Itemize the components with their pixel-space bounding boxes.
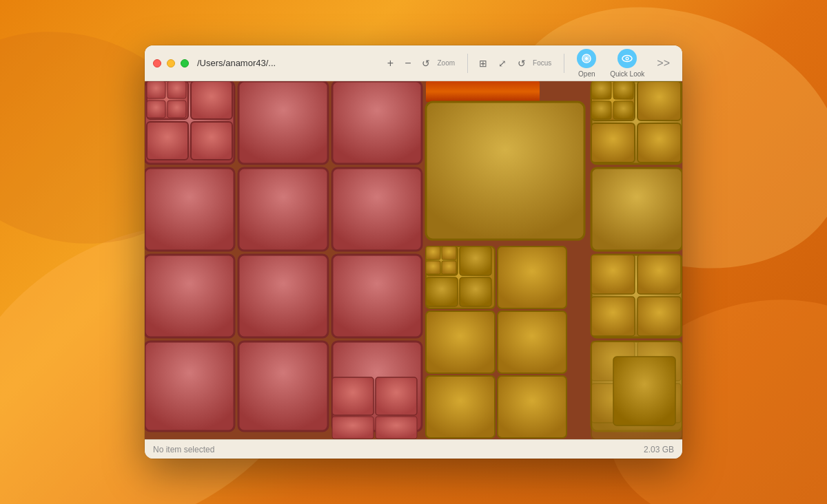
expand-icon: ⤢ — [498, 59, 507, 68]
svg-rect-38 — [637, 81, 681, 120]
svg-rect-13 — [332, 81, 422, 164]
svg-rect-43 — [591, 101, 611, 119]
svg-rect-57 — [426, 261, 440, 274]
svg-rect-14 — [145, 168, 234, 251]
svg-rect-64 — [637, 255, 681, 294]
svg-rect-50 — [498, 376, 566, 438]
close-button[interactable] — [153, 59, 161, 67]
minimize-button[interactable] — [167, 59, 175, 67]
svg-rect-20 — [145, 342, 234, 431]
finder-window: /Users/anamor43/... + − ↺ Zoom ⊞ ⤢ ↺ — [145, 45, 682, 459]
quicklook-label: Quick Look — [610, 70, 644, 78]
svg-rect-60 — [376, 377, 417, 415]
svg-rect-48 — [498, 311, 566, 373]
svg-rect-30 — [167, 101, 186, 118]
traffic-lights — [153, 59, 189, 67]
svg-rect-59 — [332, 377, 374, 415]
content-area — [145, 81, 682, 439]
svg-rect-31 — [426, 81, 540, 102]
path-label: /Users/anamor43/... — [197, 58, 276, 68]
svg-rect-39 — [591, 123, 635, 162]
svg-rect-12 — [238, 81, 328, 164]
svg-rect-44 — [613, 101, 633, 119]
fractal-image — [145, 81, 682, 439]
svg-rect-25 — [147, 122, 188, 160]
svg-rect-27 — [147, 81, 165, 98]
quicklook-button[interactable]: Quick Look — [604, 46, 650, 81]
expand-button[interactable]: ⤢ — [494, 56, 511, 71]
svg-rect-34 — [591, 168, 682, 251]
svg-rect-17 — [145, 255, 234, 337]
svg-rect-61 — [332, 417, 374, 439]
svg-rect-65 — [591, 297, 635, 336]
svg-rect-54 — [460, 277, 491, 306]
svg-point-9 — [626, 57, 628, 59]
rotate-icon: ↺ — [518, 59, 526, 68]
svg-rect-62 — [376, 417, 417, 439]
svg-rect-55 — [426, 246, 440, 260]
svg-rect-56 — [442, 246, 456, 260]
svg-rect-24 — [191, 81, 232, 119]
toolbar-separator-2 — [564, 54, 564, 73]
quicklook-icon — [617, 49, 637, 68]
zoom-plus-button[interactable]: + — [383, 55, 398, 72]
zoom-label: Zoom — [437, 59, 455, 67]
rotate-button[interactable]: ↺ — [513, 56, 530, 71]
svg-rect-66 — [637, 297, 681, 336]
svg-rect-40 — [637, 123, 681, 162]
svg-rect-52 — [460, 246, 491, 275]
svg-rect-16 — [332, 168, 422, 251]
svg-rect-32 — [426, 102, 584, 240]
svg-rect-42 — [613, 81, 633, 99]
svg-rect-41 — [591, 81, 611, 99]
svg-point-5 — [585, 56, 589, 60]
toolbar-separator-1 — [467, 54, 468, 73]
svg-rect-46 — [498, 246, 566, 308]
maximize-button[interactable] — [181, 59, 189, 67]
svg-rect-49 — [426, 376, 495, 438]
open-label: Open — [578, 70, 595, 78]
more-button[interactable]: >> — [653, 54, 674, 72]
svg-rect-53 — [426, 277, 458, 306]
svg-rect-19 — [332, 255, 422, 337]
titlebar: /Users/anamor43/... + − ↺ Zoom ⊞ ⤢ ↺ — [145, 45, 682, 81]
svg-rect-72 — [613, 357, 675, 426]
svg-rect-21 — [238, 342, 328, 431]
status-size: 2.03 GB — [644, 445, 674, 454]
reset-icon: ↺ — [422, 59, 430, 68]
open-button[interactable]: Open — [571, 46, 602, 81]
svg-rect-29 — [147, 101, 165, 118]
grid-view-button[interactable]: ⊞ — [475, 56, 491, 71]
svg-rect-15 — [238, 168, 328, 251]
svg-rect-58 — [442, 261, 456, 274]
grid-icon: ⊞ — [479, 59, 487, 68]
focus-label: Focus — [533, 59, 551, 67]
svg-rect-26 — [191, 122, 232, 160]
svg-rect-28 — [167, 81, 186, 98]
svg-rect-63 — [591, 255, 635, 294]
svg-rect-18 — [238, 255, 328, 337]
minus-icon: − — [405, 58, 411, 69]
open-icon — [577, 49, 596, 68]
status-text: No item selected — [153, 445, 214, 454]
toolbar-buttons: + − ↺ Zoom ⊞ ⤢ ↺ Focus — [383, 46, 674, 81]
zoom-reset-button[interactable]: ↺ — [418, 56, 434, 71]
plus-icon: + — [387, 58, 394, 69]
statusbar: No item selected 2.03 GB — [145, 439, 682, 459]
svg-rect-47 — [426, 311, 495, 373]
zoom-minus-button[interactable]: − — [400, 55, 415, 72]
